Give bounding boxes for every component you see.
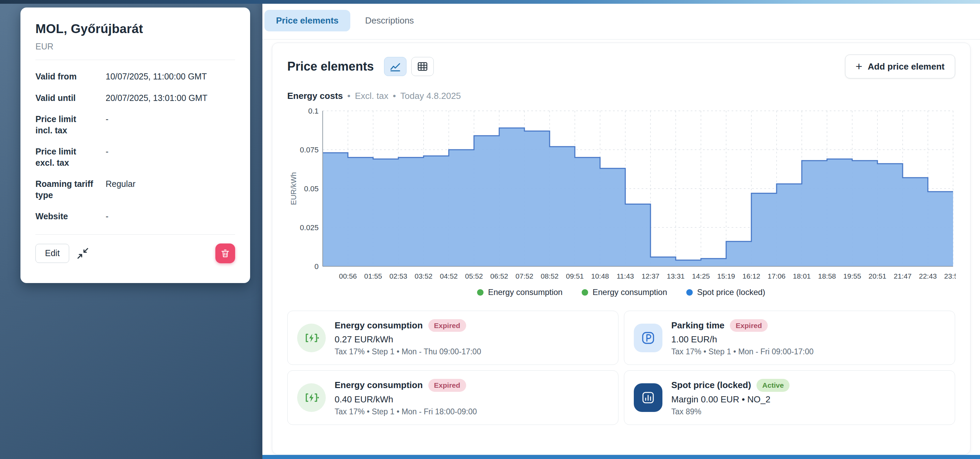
table-view-button[interactable] (411, 57, 434, 76)
field-value-price-limit-incl: - (106, 113, 235, 136)
bottom-accent-bar (262, 455, 980, 459)
chart-header: Energy costs • Excl. tax • Today 4.8.202… (287, 91, 955, 101)
add-price-element-label: Add price element (868, 61, 945, 72)
price-elements-grid: Energy consumption Expired 0.27 EUR/kWh … (287, 311, 955, 425)
price-element-card-energy-2[interactable]: Energy consumption Expired 0.40 EUR/kWh … (287, 370, 619, 425)
site-card-actions: Edit (35, 244, 235, 263)
legend-item-energy-2: Energy consumption (582, 287, 667, 297)
svg-text:EUR/kWh: EUR/kWh (289, 172, 298, 205)
field-label-valid-until: Valid until (35, 92, 93, 104)
svg-text:18:01: 18:01 (793, 272, 811, 280)
site-currency: EUR (35, 41, 235, 51)
price-element-body: Energy consumption Expired 0.27 EUR/kWh … (335, 319, 481, 356)
edit-button[interactable]: Edit (35, 244, 69, 263)
price-element-price: 1.00 EUR/h (671, 334, 814, 345)
legend-dot-green (582, 289, 588, 296)
status-badge: Expired (730, 319, 768, 332)
trash-icon (220, 248, 230, 258)
price-element-card-parking[interactable]: Parking time Expired 1.00 EUR/h Tax 17% … (624, 311, 955, 365)
price-element-details: Tax 89% (671, 407, 789, 416)
svg-text:04:52: 04:52 (440, 272, 458, 280)
chart-date-note: Today 4.8.2025 (400, 91, 461, 101)
svg-text:00:56: 00:56 (339, 272, 357, 280)
plus-icon: + (856, 61, 862, 72)
svg-text:21:47: 21:47 (894, 272, 912, 280)
table-icon (417, 61, 429, 73)
field-label-price-limit-incl: Price limit incl. tax (35, 113, 93, 136)
svg-text:19:55: 19:55 (843, 272, 861, 280)
price-element-name: Energy consumption (335, 320, 423, 331)
collapse-icon (76, 247, 90, 260)
price-element-body: Spot price (locked) Active Margin 0.00 E… (671, 379, 789, 416)
price-element-details: Tax 17% • Step 1 • Mon - Fri 18:00-09:00 (335, 407, 477, 416)
price-element-price: Margin 0.00 EUR • NO_2 (671, 394, 789, 405)
status-badge: Expired (428, 319, 466, 332)
site-details-card: MOL, Győrújbarát EUR Valid from 10/07/20… (21, 8, 250, 283)
legend-dot-green (477, 289, 484, 296)
field-value-roaming-tariff: Regular (106, 178, 235, 201)
price-element-name: Parking time (671, 320, 724, 331)
content-region: Price elements Descriptions Price elemen… (262, 0, 980, 459)
svg-text:0: 0 (315, 262, 318, 271)
svg-text:09:51: 09:51 (566, 272, 584, 280)
collapse-button[interactable] (73, 244, 92, 263)
price-element-name: Energy consumption (335, 380, 423, 390)
legend-item-energy-1: Energy consumption (477, 287, 563, 297)
chart-title: Energy costs (287, 91, 343, 101)
svg-text:22:43: 22:43 (919, 272, 937, 280)
line-chart-icon (389, 61, 401, 73)
site-title: MOL, Győrújbarát (35, 22, 235, 36)
svg-text:13:31: 13:31 (667, 272, 685, 280)
svg-text:08:52: 08:52 (541, 272, 559, 280)
price-element-details: Tax 17% • Step 1 • Mon - Thu 09:00-17:00 (335, 347, 481, 356)
legend-label: Energy consumption (488, 287, 563, 297)
legend-item-spot-price: Spot price (locked) (686, 287, 765, 297)
status-badge: Active (756, 379, 789, 392)
svg-text:17:06: 17:06 (768, 272, 786, 280)
price-element-card-energy-1[interactable]: Energy consumption Expired 0.27 EUR/kWh … (287, 311, 619, 365)
price-element-details: Tax 17% • Step 1 • Mon - Fri 09:00-17:00 (671, 347, 814, 356)
chart-legend: Energy consumption Energy consumption Sp… (287, 287, 955, 297)
svg-text:12:37: 12:37 (642, 272, 660, 280)
price-element-body: Energy consumption Expired 0.40 EUR/kWh … (335, 379, 477, 416)
tabs-divider (262, 39, 980, 40)
svg-text:10:48: 10:48 (591, 272, 609, 280)
svg-text:15:19: 15:19 (717, 272, 735, 280)
svg-text:18:58: 18:58 (818, 272, 836, 280)
field-value-price-limit-excl: - (106, 146, 235, 168)
tab-descriptions[interactable]: Descriptions (354, 10, 426, 31)
legend-label: Spot price (locked) (697, 287, 765, 297)
chart-view-button[interactable] (384, 57, 407, 76)
energy-consumption-icon (297, 383, 326, 412)
price-elements-panel: Price elements + Add price element (272, 43, 970, 454)
svg-text:06:52: 06:52 (490, 272, 508, 280)
svg-text:01:55: 01:55 (364, 272, 382, 280)
tab-price-elements[interactable]: Price elements (264, 10, 350, 31)
price-element-body: Parking time Expired 1.00 EUR/h Tax 17% … (671, 319, 814, 356)
delete-button[interactable] (215, 244, 235, 263)
chart-tax-note: Excl. tax (355, 91, 388, 101)
svg-text:05:52: 05:52 (465, 272, 483, 280)
legend-dot-blue (686, 289, 693, 296)
price-element-price: 0.27 EUR/kWh (335, 334, 481, 345)
bullet-separator: • (393, 91, 396, 101)
svg-text:11:43: 11:43 (617, 272, 634, 280)
tabs: Price elements Descriptions (264, 10, 426, 31)
svg-text:0.1: 0.1 (308, 107, 318, 115)
price-element-card-spot-price[interactable]: Spot price (locked) Active Margin 0.00 E… (624, 370, 955, 425)
svg-text:0.05: 0.05 (304, 185, 318, 193)
svg-text:0.075: 0.075 (300, 146, 318, 154)
add-price-element-button[interactable]: + Add price element (845, 54, 955, 78)
panel-header: Price elements + Add price element (287, 54, 955, 78)
svg-text:0.025: 0.025 (300, 223, 318, 232)
svg-text:14:25: 14:25 (692, 272, 710, 280)
site-fields: Valid from 10/07/2025, 11:00:00 GMT Vali… (35, 71, 235, 222)
field-value-website: - (106, 211, 235, 222)
app-root: MOL, Győrújbarát EUR Valid from 10/07/20… (0, 0, 980, 459)
bullet-separator: • (347, 91, 350, 101)
spot-price-icon (634, 383, 662, 412)
parking-icon (634, 324, 662, 352)
field-value-valid-until: 20/07/2025, 13:01:00 GMT (106, 92, 235, 104)
price-element-name: Spot price (locked) (671, 380, 751, 390)
energy-consumption-icon (297, 324, 326, 352)
